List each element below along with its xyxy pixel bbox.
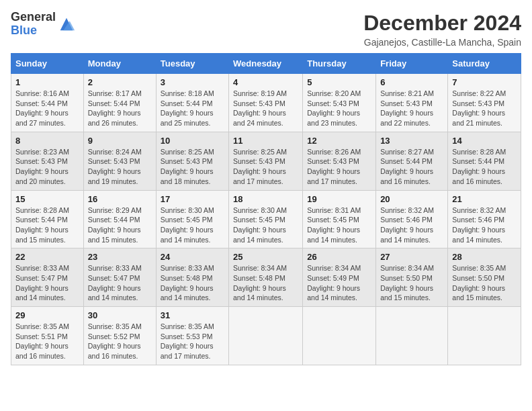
day-number: 5 — [307, 77, 371, 87]
day-info: Sunrise: 8:17 AM Sunset: 5:44 PM Dayligh… — [88, 89, 152, 128]
day-info: Sunrise: 8:28 AM Sunset: 5:44 PM Dayligh… — [15, 205, 79, 245]
day-number: 18 — [233, 194, 298, 204]
day-number: 17 — [161, 194, 224, 204]
day-info: Sunrise: 8:24 AM Sunset: 5:43 PM Dayligh… — [88, 147, 152, 187]
day-number: 10 — [161, 136, 224, 146]
day-info: Sunrise: 8:21 AM Sunset: 5:43 PM Dayligh… — [380, 89, 443, 128]
logo: General Blue — [11, 11, 76, 38]
header-row: SundayMondayTuesdayWednesdayThursdayFrid… — [11, 54, 521, 74]
day-cell: 12 Sunrise: 8:26 AM Sunset: 5:43 PM Dayl… — [303, 132, 376, 190]
day-info: Sunrise: 8:29 AM Sunset: 5:44 PM Dayligh… — [88, 205, 152, 245]
day-info: Sunrise: 8:35 AM Sunset: 5:52 PM Dayligh… — [88, 322, 152, 361]
header-cell-monday: Monday — [83, 54, 156, 74]
day-cell — [376, 307, 448, 365]
logo-blue: Blue — [11, 24, 56, 38]
day-number: 7 — [452, 77, 517, 87]
day-number: 21 — [452, 194, 517, 204]
day-info: Sunrise: 8:32 AM Sunset: 5:46 PM Dayligh… — [380, 205, 443, 245]
location: Gajanejos, Castille-La Mancha, Spain — [363, 37, 521, 48]
day-cell: 9 Sunrise: 8:24 AM Sunset: 5:43 PM Dayli… — [83, 132, 156, 190]
day-cell: 10 Sunrise: 8:25 AM Sunset: 5:43 PM Dayl… — [156, 132, 228, 190]
day-cell: 30 Sunrise: 8:35 AM Sunset: 5:52 PM Dayl… — [83, 307, 156, 365]
logo-text: General Blue — [11, 11, 56, 38]
title-section: December 2024 Gajanejos, Castille-La Man… — [363, 11, 521, 48]
day-number: 31 — [161, 310, 224, 320]
day-cell: 7 Sunrise: 8:22 AM Sunset: 5:43 PM Dayli… — [448, 74, 521, 132]
day-info: Sunrise: 8:34 AM Sunset: 5:48 PM Dayligh… — [233, 263, 298, 303]
day-info: Sunrise: 8:25 AM Sunset: 5:43 PM Dayligh… — [233, 147, 298, 187]
day-cell: 28 Sunrise: 8:35 AM Sunset: 5:50 PM Dayl… — [448, 248, 521, 307]
day-cell: 31 Sunrise: 8:35 AM Sunset: 5:53 PM Dayl… — [156, 307, 228, 365]
day-cell: 27 Sunrise: 8:34 AM Sunset: 5:50 PM Dayl… — [376, 248, 448, 307]
day-cell: 26 Sunrise: 8:34 AM Sunset: 5:49 PM Dayl… — [303, 248, 376, 307]
day-number: 6 — [380, 77, 443, 87]
day-number: 11 — [233, 136, 298, 146]
day-cell: 24 Sunrise: 8:33 AM Sunset: 5:48 PM Dayl… — [156, 248, 228, 307]
day-info: Sunrise: 8:25 AM Sunset: 5:43 PM Dayligh… — [161, 147, 224, 187]
day-number: 8 — [15, 136, 79, 146]
day-info: Sunrise: 8:35 AM Sunset: 5:53 PM Dayligh… — [161, 322, 224, 361]
calendar-header: SundayMondayTuesdayWednesdayThursdayFrid… — [11, 54, 521, 74]
day-number: 22 — [15, 252, 79, 262]
day-info: Sunrise: 8:28 AM Sunset: 5:44 PM Dayligh… — [452, 147, 517, 187]
day-info: Sunrise: 8:27 AM Sunset: 5:44 PM Dayligh… — [380, 147, 443, 187]
logo-general: General — [11, 11, 56, 24]
day-info: Sunrise: 8:32 AM Sunset: 5:46 PM Dayligh… — [452, 205, 517, 245]
day-cell: 29 Sunrise: 8:35 AM Sunset: 5:51 PM Dayl… — [11, 307, 84, 365]
day-cell: 19 Sunrise: 8:31 AM Sunset: 5:45 PM Dayl… — [303, 190, 376, 248]
day-cell: 22 Sunrise: 8:33 AM Sunset: 5:47 PM Dayl… — [11, 248, 84, 307]
day-number: 28 — [452, 252, 517, 262]
header-cell-sunday: Sunday — [11, 54, 84, 74]
day-number: 15 — [15, 194, 79, 204]
day-info: Sunrise: 8:16 AM Sunset: 5:44 PM Dayligh… — [15, 89, 79, 128]
day-cell: 13 Sunrise: 8:27 AM Sunset: 5:44 PM Dayl… — [376, 132, 448, 190]
day-number: 23 — [88, 252, 152, 262]
day-info: Sunrise: 8:31 AM Sunset: 5:45 PM Dayligh… — [307, 205, 371, 245]
day-cell: 18 Sunrise: 8:30 AM Sunset: 5:45 PM Dayl… — [229, 190, 303, 248]
day-cell: 14 Sunrise: 8:28 AM Sunset: 5:44 PM Dayl… — [448, 132, 521, 190]
day-number: 13 — [380, 136, 443, 146]
day-cell: 5 Sunrise: 8:20 AM Sunset: 5:43 PM Dayli… — [303, 74, 376, 132]
day-number: 25 — [233, 252, 298, 262]
day-number: 26 — [307, 252, 371, 262]
day-cell: 25 Sunrise: 8:34 AM Sunset: 5:48 PM Dayl… — [229, 248, 303, 307]
week-row-4: 22 Sunrise: 8:33 AM Sunset: 5:47 PM Dayl… — [11, 248, 521, 307]
day-cell — [303, 307, 376, 365]
header-cell-wednesday: Wednesday — [229, 54, 303, 74]
header-cell-saturday: Saturday — [448, 54, 521, 74]
month-title: December 2024 — [363, 11, 521, 36]
day-number: 3 — [161, 77, 224, 87]
day-info: Sunrise: 8:30 AM Sunset: 5:45 PM Dayligh… — [161, 205, 224, 245]
day-info: Sunrise: 8:23 AM Sunset: 5:43 PM Dayligh… — [15, 147, 79, 187]
day-cell — [448, 307, 521, 365]
day-cell: 1 Sunrise: 8:16 AM Sunset: 5:44 PM Dayli… — [11, 74, 84, 132]
header-cell-friday: Friday — [376, 54, 448, 74]
day-cell — [229, 307, 303, 365]
calendar-table: SundayMondayTuesdayWednesdayThursdayFrid… — [11, 53, 521, 365]
day-number: 27 — [380, 252, 443, 262]
day-cell: 2 Sunrise: 8:17 AM Sunset: 5:44 PM Dayli… — [83, 74, 156, 132]
day-info: Sunrise: 8:18 AM Sunset: 5:44 PM Dayligh… — [161, 89, 224, 128]
logo-icon — [57, 15, 76, 34]
day-info: Sunrise: 8:20 AM Sunset: 5:43 PM Dayligh… — [307, 89, 371, 128]
day-number: 4 — [233, 77, 298, 87]
day-info: Sunrise: 8:19 AM Sunset: 5:43 PM Dayligh… — [233, 89, 298, 128]
week-row-2: 8 Sunrise: 8:23 AM Sunset: 5:43 PM Dayli… — [11, 132, 521, 190]
day-cell: 8 Sunrise: 8:23 AM Sunset: 5:43 PM Dayli… — [11, 132, 84, 190]
day-cell: 17 Sunrise: 8:30 AM Sunset: 5:45 PM Dayl… — [156, 190, 228, 248]
header-cell-tuesday: Tuesday — [156, 54, 228, 74]
day-number: 2 — [88, 77, 152, 87]
day-number: 16 — [88, 194, 152, 204]
day-info: Sunrise: 8:34 AM Sunset: 5:49 PM Dayligh… — [307, 263, 371, 303]
day-info: Sunrise: 8:33 AM Sunset: 5:48 PM Dayligh… — [161, 263, 224, 303]
day-number: 12 — [307, 136, 371, 146]
calendar-body: 1 Sunrise: 8:16 AM Sunset: 5:44 PM Dayli… — [11, 74, 521, 365]
day-cell: 23 Sunrise: 8:33 AM Sunset: 5:47 PM Dayl… — [83, 248, 156, 307]
day-cell: 16 Sunrise: 8:29 AM Sunset: 5:44 PM Dayl… — [83, 190, 156, 248]
day-info: Sunrise: 8:35 AM Sunset: 5:51 PM Dayligh… — [15, 322, 79, 361]
day-info: Sunrise: 8:26 AM Sunset: 5:43 PM Dayligh… — [307, 147, 371, 187]
day-cell: 3 Sunrise: 8:18 AM Sunset: 5:44 PM Dayli… — [156, 74, 228, 132]
day-cell: 21 Sunrise: 8:32 AM Sunset: 5:46 PM Dayl… — [448, 190, 521, 248]
week-row-1: 1 Sunrise: 8:16 AM Sunset: 5:44 PM Dayli… — [11, 74, 521, 132]
day-cell: 15 Sunrise: 8:28 AM Sunset: 5:44 PM Dayl… — [11, 190, 84, 248]
